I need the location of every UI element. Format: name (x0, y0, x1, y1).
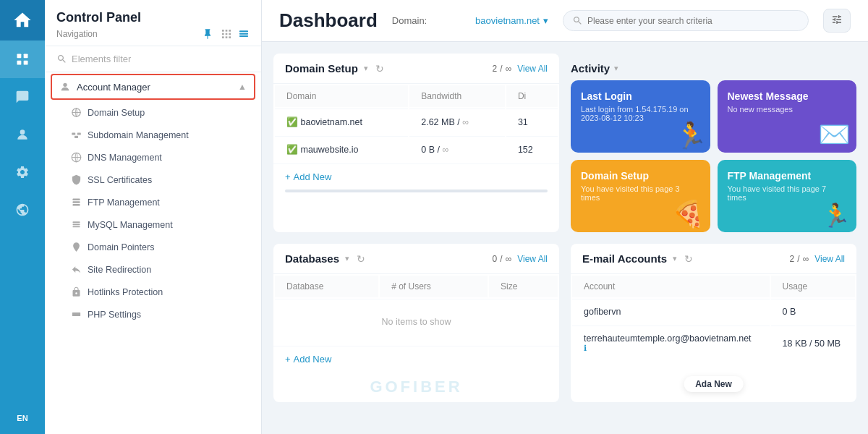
search-input[interactable] (587, 16, 799, 26)
sidebar-nav-label: Navigation (56, 29, 98, 39)
email-accounts-chevron[interactable]: ▾ (673, 254, 677, 263)
newest-message-title: Newest Message (728, 90, 847, 102)
svg-rect-27 (73, 224, 80, 225)
activity-header: Activity ▾ (571, 54, 856, 80)
domain-setup-add-new[interactable]: + Add New (273, 163, 559, 190)
logo[interactable] (0, 0, 45, 41)
domain-selector[interactable]: baovietnam.net ▾ (475, 15, 548, 26)
activity-card-last-login[interactable]: Last Login Last login from 1.54.175.19 o… (571, 80, 710, 153)
pin-icon[interactable] (202, 28, 213, 40)
databases-add-new[interactable]: + Add New (273, 346, 559, 372)
domain-setup-refresh[interactable]: ↻ (375, 63, 384, 75)
mysql-label: MySQL Management (88, 220, 173, 230)
databases-panel: Databases ▾ ↻ 0 / ∞ View All Database # … (273, 244, 559, 402)
sidebar-menu: Account Manager ▲ Domain Setup Subdomain… (45, 72, 261, 434)
email-info-icon[interactable]: ℹ (584, 344, 758, 353)
account-cell: terrehauteumtemple.org@baovietnam.net ℹ (572, 326, 770, 360)
domain-setup-chevron[interactable]: ▾ (364, 64, 368, 73)
account-manager-chevron: ▲ (238, 82, 247, 92)
subdomain-icon (71, 129, 82, 140)
domain-label: Domain: (392, 15, 427, 26)
main-header: Dashboard Domain: baovietnam.net ▾ (262, 0, 868, 42)
page-title: Dashboard (279, 9, 378, 32)
sidebar-filter[interactable]: Elements filter (45, 46, 261, 72)
ftp-illus: 🏃 (822, 202, 851, 229)
email-accounts-view-all[interactable]: View All (814, 254, 845, 264)
list-view-icon[interactable] (238, 28, 250, 40)
domain-chevron-icon: ▾ (543, 15, 548, 26)
svg-rect-3 (24, 61, 28, 65)
databases-header: Databases ▾ ↻ 0 / ∞ View All (273, 244, 559, 274)
svg-text:PHP: PHP (73, 312, 80, 316)
nav-grid[interactable] (0, 41, 45, 78)
nav-globe[interactable] (0, 191, 45, 229)
table-row: terrehauteumtemple.org@baovietnam.net ℹ … (572, 326, 855, 360)
activity-card-domain-setup[interactable]: Domain Setup You have visited this page … (571, 160, 710, 232)
sidebar-item-ssl[interactable]: SSL Certificates (45, 169, 261, 191)
dashboard-content: Domain Setup ▾ ↻ 2 / ∞ View All Domain B… (262, 42, 868, 414)
activity-card-newest-message[interactable]: Newest Message No new messages ✉️ (718, 80, 857, 153)
sidebar-item-domain-pointers[interactable]: Domain Pointers (45, 236, 261, 258)
filter-button[interactable] (823, 9, 851, 33)
sidebar-item-redirect[interactable]: Site Redirection (45, 258, 261, 281)
svg-point-4 (20, 129, 25, 135)
ssl-label: SSL Certificates (88, 175, 152, 185)
filter-placeholder: Elements filter (72, 54, 131, 64)
sidebar-item-subdomain[interactable]: Subdomain Management (45, 124, 261, 146)
svg-rect-6 (226, 30, 228, 32)
col-database: Database (275, 276, 378, 297)
sidebar-item-domain-setup[interactable]: Domain Setup (45, 101, 261, 124)
table-row: ✅ mauwebsite.io 0 B / ∞ 152 (275, 136, 558, 162)
sidebar-item-mysql[interactable]: MySQL Management (45, 213, 261, 236)
domain-setup-title: Domain Setup (285, 62, 358, 75)
email-accounts-panel: E-mail Accounts ▾ ↻ 2 / ∞ View All Accou… (571, 244, 856, 402)
subdomain-label: Subdomain Management (88, 130, 189, 140)
grid-view-icon[interactable] (221, 28, 232, 40)
sidebar-item-account-manager[interactable]: Account Manager ▲ (51, 74, 255, 100)
activity-cards: Last Login Last login from 1.54.175.19 o… (571, 80, 856, 232)
databases-view-all[interactable]: View All (517, 254, 548, 264)
email-accounts-header: E-mail Accounts ▾ ↻ 2 / ∞ View All (571, 244, 856, 274)
col-domain: Domain (275, 85, 408, 107)
domain-setup-table: Domain Bandwidth Di ✅ baovietnam.net 2.6… (273, 84, 559, 163)
col-users: # of Users (380, 276, 488, 297)
sidebar-group-left: Account Manager (59, 81, 150, 93)
nav-chat[interactable] (0, 78, 45, 116)
sidebar-item-ftp[interactable]: FTP Management (45, 191, 261, 213)
sidebar-item-hotlinks[interactable]: Hotlinks Protection (45, 281, 261, 303)
email-accounts-refresh[interactable]: ↻ (684, 253, 693, 265)
activity-card-ftp[interactable]: FTP Management You have visited this pag… (718, 160, 857, 232)
svg-rect-5 (222, 30, 224, 32)
activity-panel: Activity ▾ Last Login Last login from 1.… (571, 54, 856, 232)
nav-settings[interactable] (0, 153, 45, 191)
sidebar-title: Control Panel (56, 10, 250, 25)
ada-new-badge[interactable]: Ada New (684, 376, 744, 392)
domain-setup-view-all[interactable]: View All (517, 64, 548, 74)
sidebar-item-dns[interactable]: DNS Management (45, 146, 261, 169)
sidebar-item-php[interactable]: PHP PHP Settings (45, 303, 261, 326)
svg-rect-24 (73, 201, 80, 203)
redirect-label: Site Redirection (88, 265, 151, 275)
table-row: ✅ baovietnam.net 2.62 MB / ∞ 31 (275, 109, 558, 135)
php-icon: PHP (71, 309, 82, 320)
php-label: PHP Settings (88, 310, 141, 320)
svg-rect-0 (17, 54, 22, 59)
databases-chevron[interactable]: ▾ (345, 254, 349, 263)
redirect-icon (71, 264, 82, 275)
svg-rect-16 (239, 35, 248, 37)
usage-cell: 0 B (771, 299, 855, 324)
sidebar-header: Control Panel Navigation (45, 0, 261, 46)
domain-pointers-icon (71, 242, 82, 252)
language-label[interactable]: EN (17, 414, 27, 422)
di-cell: 31 (506, 109, 558, 135)
svg-rect-10 (229, 33, 231, 35)
domain-cell: ✅ mauwebsite.io (275, 136, 408, 162)
hotlinks-icon (71, 286, 82, 297)
domain-cell: ✅ baovietnam.net (275, 109, 408, 135)
activity-chevron[interactable]: ▾ (614, 64, 618, 73)
nav-user[interactable] (0, 116, 45, 153)
scrollbar (285, 190, 548, 192)
domain-setup-card-title: Domain Setup (581, 170, 700, 182)
filter-settings-icon (831, 14, 843, 25)
databases-refresh[interactable]: ↻ (357, 253, 365, 265)
